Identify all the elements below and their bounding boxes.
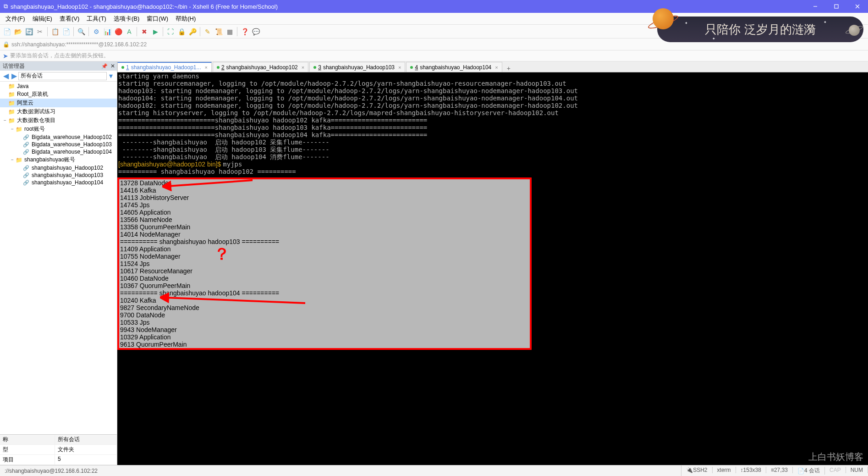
content-area: 1 shangbaishuyao_Hadoop1...×2 shangbaish… — [117, 61, 868, 465]
close-button[interactable] — [847, 0, 868, 13]
disconnect-icon[interactable]: ✂ — [35, 27, 45, 37]
session-icon: 🔗 — [23, 134, 30, 140]
maximize-button[interactable] — [826, 0, 847, 13]
window-title: shangbaishuyao_Hadoop102 - shangbaishuya… — [11, 3, 278, 10]
new-tab-button[interactable]: + — [503, 65, 514, 72]
panel-title: 话管理器 — [3, 62, 25, 70]
session-tree[interactable]: 📁Java 📁Root_原装机 📁阿里云 📁大数据测试练习−📁大数据数仓项目−📁… — [0, 82, 117, 434]
menu-tools[interactable]: 工具(T) — [83, 14, 110, 24]
tab-close-icon[interactable]: × — [302, 65, 304, 70]
tree-item[interactable]: 🔗Bigdata_warehouse_Hadoop102 — [0, 133, 117, 141]
tab-close-icon[interactable]: × — [495, 65, 498, 70]
status-cap: CAP — [825, 467, 846, 473]
tree-item[interactable]: 📁Java — [0, 83, 117, 90]
open-folder-icon[interactable]: 📂 — [13, 27, 23, 37]
tree-item[interactable]: 📁阿里云 — [0, 99, 117, 107]
tree-item[interactable]: 🔗Bigdata_warehouse_Hadoop104 — [0, 148, 117, 155]
tree-item[interactable]: −📁大数据数仓项目 — [0, 116, 117, 125]
menu-edit[interactable]: 编辑(E) — [29, 14, 56, 24]
search-icon[interactable]: 🔍 — [76, 27, 86, 37]
folder-icon: 📁 — [16, 126, 23, 133]
tab-close-icon[interactable]: × — [204, 65, 207, 70]
folder-icon: 📁 — [8, 117, 16, 124]
tree-item[interactable]: −📁root账号 — [0, 125, 117, 133]
separator — [237, 27, 237, 36]
tree-item[interactable]: 🔗shangbaishuyao_Hadoop102 — [0, 164, 117, 172]
paste-icon[interactable]: 📄 — [61, 27, 71, 37]
svg-rect-1 — [835, 5, 838, 8]
x-icon[interactable]: ✖ — [139, 27, 149, 37]
add-session-arrow-icon[interactable]: ➤ — [3, 52, 8, 60]
forward-icon[interactable]: ▶ — [10, 72, 18, 80]
help-icon[interactable]: ❓ — [240, 27, 250, 37]
folder-icon: 📁 — [8, 100, 16, 106]
tree-item-label: shangbaishuyao_Hadoop102 — [32, 165, 103, 171]
pin-icon[interactable]: 📌 — [101, 63, 108, 69]
lock-icon[interactable]: 🔒 — [176, 27, 187, 37]
prop-items-value: 5 — [55, 455, 117, 465]
tree-item[interactable]: 📁Root_原装机 — [0, 90, 117, 99]
status-connection: ://shangbaishuyao@192.168.6.102:22 — [0, 465, 681, 476]
banner-text: 只陪你 泛岁月的涟漪 — [705, 22, 815, 38]
session-tab[interactable]: 2 shangbaishuyao_Hadoop102× — [213, 62, 308, 72]
key-icon[interactable]: 🔑 — [187, 27, 198, 37]
menu-file[interactable]: 文件(F) — [2, 14, 29, 24]
menu-tab[interactable]: 选项卡(B) — [110, 14, 143, 24]
back-icon[interactable]: ◀ — [2, 72, 10, 80]
tree-item-label: Root_原装机 — [17, 90, 48, 98]
color-icon[interactable]: 🔴 — [113, 27, 123, 37]
session-tab[interactable]: 4 shangbaishuyao_Hadoop104× — [406, 62, 502, 72]
properties-icon[interactable]: ⚙ — [91, 27, 101, 37]
xshell-icon: ⧉ — [4, 3, 8, 10]
tree-item[interactable]: 🔗shangbaishuyao_Hadoop103 — [0, 172, 117, 179]
lock-icon: 🔒 — [3, 41, 10, 48]
hint-text: 要添加当前会话，点击左侧的箭头按钮。 — [10, 52, 109, 60]
tree-item[interactable]: 🔗shangbaishuyao_Hadoop104 — [0, 179, 117, 186]
tree-item-label: 阿里云 — [17, 99, 33, 107]
session-tab[interactable]: 1 shangbaishuyao_Hadoop1...× — [117, 62, 212, 72]
tab-close-icon[interactable]: × — [398, 65, 401, 70]
session-tab[interactable]: 3 shangbaishuyao_Hadoop103× — [309, 62, 405, 72]
status-pos: ≡ 27,33 — [766, 467, 793, 473]
tree-item-label: shangbaishuyao_Hadoop103 — [32, 172, 103, 178]
address-text[interactable]: ssh://shangbaishuyao:***************@192… — [11, 41, 147, 48]
tile-icon[interactable]: ▦ — [225, 27, 235, 37]
menu-view[interactable]: 查看(V) — [56, 14, 83, 24]
fullscreen-icon[interactable]: ⛶ — [165, 27, 176, 37]
highlight-icon[interactable]: ✎ — [203, 27, 213, 37]
panel-close-icon[interactable]: ✕ — [110, 63, 115, 69]
prop-items-label: 项目 — [0, 455, 55, 465]
tree-item-label: Bigdata_warehouse_Hadoop102 — [32, 134, 112, 140]
tree-item-label: Java — [17, 83, 28, 89]
tree-item[interactable]: 🔗Bigdata_warehouse_Hadoop103 — [0, 141, 117, 148]
tree-item-label: shangbaishuyao账号 — [24, 156, 75, 164]
play-icon[interactable]: ▶ — [150, 27, 160, 37]
watermark: 上白书妖博客 — [808, 451, 863, 463]
main-area: 话管理器 📌 ✕ ◀ ▶ ▾ 📁Java 📁Root_原装机 📁阿里云 📁大数据… — [0, 61, 868, 465]
menu-help[interactable]: 帮助(H) — [172, 14, 199, 24]
tree-item-label: root账号 — [24, 125, 45, 133]
session-path-input[interactable] — [18, 72, 107, 80]
tree-item[interactable]: 📁大数据测试练习 — [0, 107, 117, 116]
dropdown-icon[interactable]: ▾ — [107, 72, 115, 80]
new-session-icon[interactable]: 📄 — [2, 27, 12, 37]
folder-icon: 📁 — [8, 83, 16, 89]
status-dot-icon — [313, 66, 316, 69]
prop-type-value: 文件夹 — [55, 445, 117, 454]
menu-window[interactable]: 窗口(W) — [143, 14, 172, 24]
info-icon[interactable]: 💬 — [251, 27, 261, 37]
separator — [47, 27, 48, 36]
font-icon[interactable]: A — [124, 27, 134, 37]
annotation-question-mark: ？ — [214, 250, 230, 258]
properties-grid: 称 所有会话 型 文件夹 项目 5 — [0, 434, 117, 465]
terminal[interactable]: starting yarn daemons starting resourcem… — [117, 72, 868, 465]
copy-icon[interactable]: 📋 — [50, 27, 60, 37]
folder-icon: 📁 — [16, 157, 23, 163]
minimize-button[interactable] — [805, 0, 826, 13]
profiles-icon[interactable]: 📊 — [102, 27, 112, 37]
tree-item[interactable]: −📁shangbaishuyao账号 — [0, 155, 117, 164]
reconnect-icon[interactable]: 🔄 — [24, 27, 34, 37]
title-bar: ⧉ shangbaishuyao_Hadoop102 - shangbaishu… — [0, 0, 868, 13]
script-icon[interactable]: 📜 — [214, 27, 224, 37]
prop-type-label: 型 — [0, 445, 55, 454]
